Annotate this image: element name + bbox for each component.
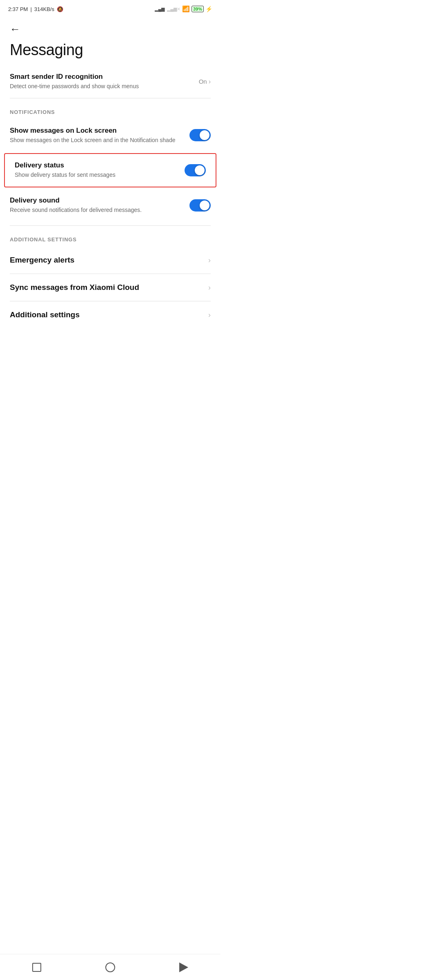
smart-sender-label: Smart sender ID recognition	[10, 73, 194, 81]
smart-sender-text: Smart sender ID recognition Detect one-t…	[10, 73, 194, 91]
chevron-sync: ›	[208, 283, 211, 292]
status-right: ▂▄▆ ▂▄▆✕ 📶 39% ⚡	[155, 5, 212, 13]
additional-settings-label: Additional settings	[10, 310, 80, 319]
notifications-section-header: NOTIFICATIONS	[0, 100, 220, 119]
status-bar: 2:37 PM | 314KB/s 🔕 ▂▄▆ ▂▄▆✕ 📶 39% ⚡	[0, 0, 220, 16]
sync-messages-label: Sync messages from Xiaomi Cloud	[10, 283, 139, 292]
signal-icon-1: ▂▄▆	[155, 7, 165, 12]
delivery-status-row[interactable]: Delivery status Show delivery status for…	[5, 154, 216, 187]
delivery-sound-toggle[interactable]	[189, 199, 211, 212]
smart-sender-row[interactable]: Smart sender ID recognition Detect one-t…	[0, 67, 220, 96]
show-messages-lock-toggle[interactable]	[189, 129, 211, 141]
show-messages-lock-row[interactable]: Show messages on Lock screen Show messag…	[0, 119, 220, 152]
delivery-sound-row[interactable]: Delivery sound Receive sound notificatio…	[0, 189, 220, 222]
additional-settings-section-header: ADDITIONAL SETTINGS	[0, 227, 220, 247]
page-title: Messaging	[0, 39, 220, 67]
time-label: 2:37 PM	[8, 6, 28, 12]
charging-icon: ⚡	[205, 6, 212, 12]
divider-2	[10, 225, 211, 226]
toggle-knob-3	[200, 200, 209, 210]
delivery-sound-label: Delivery sound	[10, 196, 183, 205]
speed-label: 314KB/s	[34, 6, 54, 12]
wifi-icon: 📶	[182, 5, 190, 13]
delivery-status-toggle[interactable]	[185, 164, 206, 176]
sync-messages-row[interactable]: Sync messages from Xiaomi Cloud ›	[0, 274, 220, 301]
delivery-status-highlight: Delivery status Show delivery status for…	[4, 153, 216, 187]
emergency-alerts-row[interactable]: Emergency alerts ›	[0, 247, 220, 274]
chevron-additional: ›	[208, 311, 211, 319]
delivery-status-label: Delivery status	[15, 161, 178, 169]
toggle-knob-2	[195, 165, 205, 175]
delivery-status-text: Delivery status Show delivery status for…	[15, 161, 178, 179]
toggle-knob	[200, 130, 209, 140]
show-messages-lock-label: Show messages on Lock screen	[10, 127, 183, 135]
additional-settings-row[interactable]: Additional settings ›	[0, 301, 220, 328]
delivery-status-desc: Show delivery status for sent messages	[15, 171, 178, 179]
divider-1	[10, 98, 211, 98]
chevron-emergency: ›	[208, 256, 211, 265]
emergency-alerts-label: Emergency alerts	[10, 256, 74, 265]
signal-icon-2: ▂▄▆✕	[167, 7, 180, 12]
back-button[interactable]: ←	[0, 16, 220, 39]
status-left: 2:37 PM | 314KB/s 🔕	[8, 6, 63, 12]
smart-sender-value: On ›	[194, 78, 211, 85]
show-messages-lock-text: Show messages on Lock screen Show messag…	[10, 127, 183, 145]
smart-sender-desc: Detect one-time passwords and show quick…	[10, 82, 194, 91]
show-messages-lock-desc: Show messages on the Lock screen and in …	[10, 136, 183, 145]
battery-indicator: 39%	[192, 6, 204, 12]
delivery-sound-desc: Receive sound notifications for delivere…	[10, 206, 183, 214]
delivery-sound-text: Delivery sound Receive sound notificatio…	[10, 196, 183, 214]
mute-icon: 🔕	[57, 6, 63, 12]
chevron-icon: ›	[209, 78, 211, 85]
separator: |	[30, 6, 31, 12]
